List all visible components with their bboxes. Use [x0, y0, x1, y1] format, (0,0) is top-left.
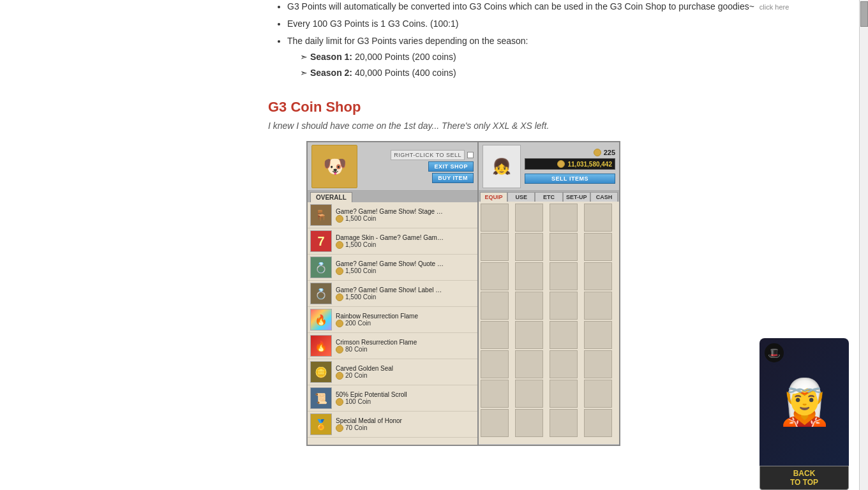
tab-cash[interactable]: CASH — [590, 192, 618, 202]
exit-shop-button[interactable]: EXIT SHOP — [428, 161, 474, 172]
shop-item[interactable]: 🔥 Rainbow Resurrection Flame 200 Coin — [308, 307, 477, 333]
item-icon: 7 — [310, 230, 332, 252]
tab-equip[interactable]: EQUIP — [480, 192, 507, 202]
inventory-slot[interactable] — [481, 321, 509, 349]
item-info: Game? Game! Game Show! Quote Ring... 1,5… — [336, 260, 475, 275]
item-info: Crimson Resurrection Flame 80 Coin — [336, 339, 475, 353]
floating-char-body: 🧝 🎩 — [760, 338, 849, 466]
inventory-slot[interactable] — [550, 262, 578, 290]
tab-overall[interactable]: OVERALL — [310, 192, 352, 202]
game-ui: 🐶 RIGHT-CLICK TO SELL EXIT SHOP BUY ITEM… — [306, 141, 632, 446]
meso-icon — [557, 160, 565, 168]
character-avatar: 👧 — [483, 145, 521, 188]
inventory-slot[interactable] — [515, 350, 543, 378]
scrollbar-thumb[interactable] — [860, 1, 868, 27]
inventory-slot[interactable] — [550, 409, 578, 437]
inventory-slot[interactable] — [584, 292, 612, 320]
item-price: 1,500 Coin — [336, 241, 475, 249]
shop-header: 🐶 RIGHT-CLICK TO SELL EXIT SHOP BUY ITEM — [308, 142, 477, 191]
price-text: 70 Coin — [345, 424, 367, 431]
inventory-grid[interactable] — [479, 202, 619, 444]
price-text: 20 Coin — [345, 372, 367, 379]
inventory-slot[interactable] — [550, 380, 578, 408]
coin-popup-link[interactable]: click here — [760, 3, 789, 11]
shop-item[interactable]: 🏅 Special Medal of Honor 70 Coin — [308, 412, 477, 438]
shop-item-list[interactable]: 🪑 Game? Game! Game Show! Stage Chair... … — [308, 202, 477, 445]
inventory-slot[interactable] — [481, 409, 509, 437]
inventory-slot[interactable] — [550, 233, 578, 261]
inventory-slot[interactable] — [481, 380, 509, 408]
item-price: 1,500 Coin — [336, 267, 475, 275]
inventory-slot[interactable] — [584, 233, 612, 261]
inventory-slot[interactable] — [481, 292, 509, 320]
item-price: 70 Coin — [336, 424, 475, 432]
coin-icon — [336, 398, 343, 406]
bullet-item-2: Every 100 G3 Points is 1 G3 Coins. (100:… — [287, 17, 821, 31]
inventory-slot[interactable] — [550, 292, 578, 320]
price-text: 1,500 Coin — [345, 215, 376, 222]
item-info: Game? Game! Game Show! Stage Chair... 1,… — [336, 208, 475, 223]
tab-use[interactable]: USE — [507, 192, 535, 202]
price-text: 80 Coin — [345, 346, 367, 353]
item-price: 200 Coin — [336, 320, 475, 327]
sell-items-button[interactable]: SELL ITEMS — [525, 174, 615, 184]
page-scrollbar[interactable] — [859, 0, 868, 490]
shop-item[interactable]: 7 Damage Skin - Game? Game! Game Sho... … — [308, 228, 477, 255]
item-icon: 🔥 — [310, 335, 332, 357]
inventory-slot[interactable] — [515, 233, 543, 261]
back-to-top-button[interactable]: BACKTO TOP — [760, 466, 849, 490]
inventory-slot[interactable] — [584, 321, 612, 349]
shop-mascot: 🐶 — [311, 145, 357, 188]
shop-item[interactable]: 💍 Game? Game! Game Show! Label Ring... 1… — [308, 281, 477, 307]
inventory-slot[interactable] — [584, 262, 612, 290]
item-info: Special Medal of Honor 70 Coin — [336, 417, 475, 432]
inventory-header: 👧 225 11,031,580,442 SELL ITEMS — [479, 142, 619, 191]
inventory-slot[interactable] — [481, 262, 509, 290]
item-name: 50% Epic Potential Scroll — [336, 391, 444, 398]
section-subtitle: I knew I should have come on the 1st day… — [268, 121, 821, 131]
inventory-slot[interactable] — [550, 350, 578, 378]
inventory-slot[interactable] — [584, 409, 612, 437]
inventory-slot[interactable] — [515, 204, 543, 232]
meso-row: 11,031,580,442 — [525, 158, 615, 170]
inventory-slot[interactable] — [515, 292, 543, 320]
shop-item[interactable]: 🪙 Carved Golden Seal 20 Coin — [308, 359, 477, 385]
item-info: 50% Epic Potential Scroll 100 Coin — [336, 391, 475, 406]
shop-item[interactable]: 💍 Game? Game! Game Show! Quote Ring... 1… — [308, 255, 477, 281]
shop-item[interactable]: 📜 50% Epic Potential Scroll 100 Coin — [308, 385, 477, 412]
inventory-slot[interactable] — [584, 380, 612, 408]
inventory-slot[interactable] — [515, 262, 543, 290]
item-price: 80 Coin — [336, 346, 475, 353]
inventory-slot[interactable] — [481, 204, 509, 232]
right-click-bar: RIGHT-CLICK TO SELL — [361, 150, 474, 160]
coin-icon — [336, 424, 343, 432]
inventory-coins: 225 11,031,580,442 SELL ITEMS — [525, 149, 615, 184]
shop-item[interactable]: 🔥 Crimson Resurrection Flame 80 Coin — [308, 333, 477, 359]
right-click-checkbox[interactable] — [467, 152, 474, 158]
inventory-slot[interactable] — [584, 350, 612, 378]
item-name: Game? Game! Game Show! Label Ring... — [336, 286, 444, 293]
coin-icon — [336, 293, 343, 301]
buy-item-button[interactable]: BUY ITEM — [432, 173, 474, 183]
inventory-slot[interactable] — [481, 233, 509, 261]
price-text: 1,500 Coin — [345, 267, 376, 274]
item-info: Game? Game! Game Show! Label Ring... 1,5… — [336, 286, 475, 301]
item-icon: 💍 — [310, 256, 332, 278]
meso-amount: 11,031,580,442 — [567, 161, 612, 168]
inventory-slot[interactable] — [550, 204, 578, 232]
inventory-slot[interactable] — [550, 321, 578, 349]
inventory-slot[interactable] — [481, 350, 509, 378]
tab-set-up[interactable]: SET-UP — [563, 192, 590, 202]
shop-item[interactable]: 🪑 Game? Game! Game Show! Stage Chair... … — [308, 202, 477, 228]
top-list: G3 Points will automatically be converte… — [287, 0, 821, 80]
inventory-slot[interactable] — [515, 380, 543, 408]
item-icon: 🔥 — [310, 309, 332, 330]
tab-etc[interactable]: ETC — [535, 192, 562, 202]
inventory-slot[interactable] — [515, 409, 543, 437]
inventory-slot[interactable] — [584, 204, 612, 232]
g3-coin-amount: 225 — [604, 149, 615, 156]
inventory-slot[interactable] — [515, 321, 543, 349]
item-name: Crimson Resurrection Flame — [336, 339, 444, 346]
floating-character: 🧝 🎩 BACKTO TOP — [760, 338, 849, 490]
season2-item: Season 2: 40,000 Points (400 coins) — [300, 66, 821, 80]
